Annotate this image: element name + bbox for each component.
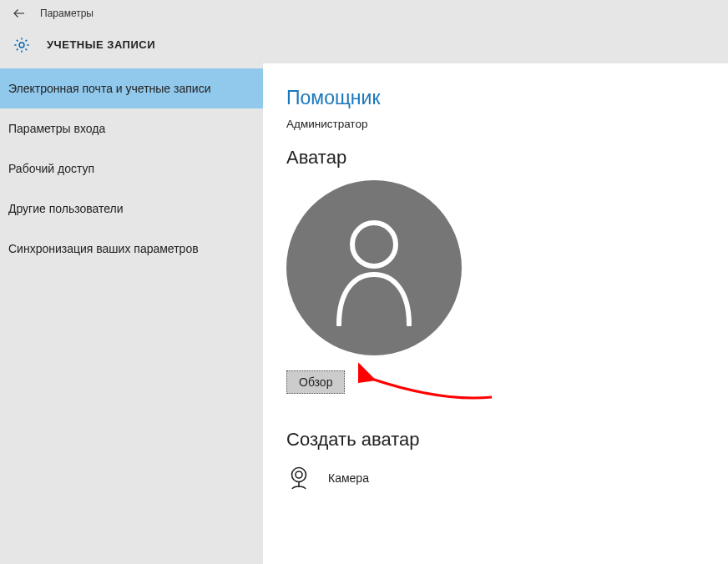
sidebar-item-signin-options[interactable]: Параметры входа: [0, 108, 263, 149]
sidebar-item-work-access[interactable]: Рабочий доступ: [0, 149, 263, 189]
svg-point-2: [352, 223, 396, 266]
page-header: УЧЕТНЫЕ ЗАПИСИ: [0, 27, 728, 63]
camera-label: Камера: [328, 471, 369, 485]
avatar: [286, 180, 462, 355]
sidebar-item-label: Другие пользователи: [8, 202, 124, 215]
browse-button[interactable]: Обзор: [286, 370, 345, 394]
gear-icon: [10, 33, 33, 57]
sidebar: Электронная почта и учетные записи Парам…: [0, 63, 263, 564]
content-pane: Помощник Администратор Аватар Обзор: [263, 63, 728, 564]
sidebar-item-label: Электронная почта и учетные записи: [8, 82, 210, 95]
window-title: Параметры: [40, 8, 94, 19]
account-role: Администратор: [286, 118, 705, 130]
account-name: Помощник: [286, 87, 705, 109]
sidebar-item-sync-settings[interactable]: Синхронизация ваших параметров: [0, 229, 263, 269]
svg-point-4: [296, 471, 302, 478]
camera-icon: [286, 466, 311, 491]
sidebar-item-label: Рабочий доступ: [8, 162, 94, 175]
sidebar-item-other-users[interactable]: Другие пользователи: [0, 189, 263, 229]
svg-point-1: [19, 43, 24, 48]
sidebar-item-email-accounts[interactable]: Электронная почта и учетные записи: [0, 68, 263, 108]
back-button[interactable]: [5, 0, 33, 27]
svg-point-3: [292, 468, 306, 482]
avatar-section-title: Аватар: [286, 147, 705, 169]
camera-option[interactable]: Камера: [286, 466, 705, 491]
titlebar: Параметры: [0, 0, 728, 27]
browse-button-label: Обзор: [299, 375, 332, 389]
sidebar-item-label: Параметры входа: [8, 122, 105, 135]
avatar-placeholder-icon: [286, 180, 462, 355]
annotation-arrow-icon: [358, 360, 500, 410]
page-title: УЧЕТНЫЕ ЗАПИСИ: [47, 38, 155, 51]
create-avatar-section-title: Создать аватар: [286, 429, 705, 451]
arrow-left-icon: [12, 6, 27, 21]
sidebar-item-label: Синхронизация ваших параметров: [8, 242, 199, 255]
